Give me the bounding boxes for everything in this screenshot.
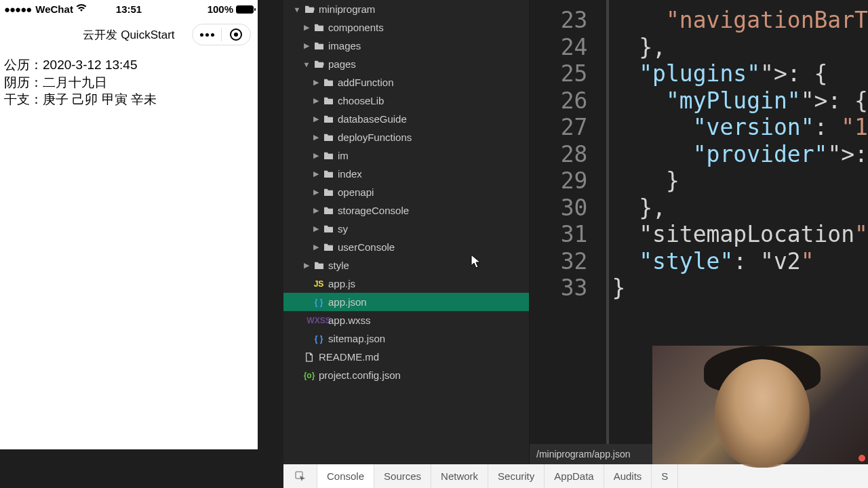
tree-item-deployFunctions[interactable]: ▶deployFunctions bbox=[283, 128, 529, 146]
folder-icon bbox=[323, 224, 334, 234]
code-line: } bbox=[612, 274, 868, 302]
tree-item-label: app.js bbox=[328, 278, 355, 289]
tree-item-label: deployFunctions bbox=[338, 131, 412, 143]
tree-item-app-wxss[interactable]: WXSSapp.wxss bbox=[283, 311, 529, 329]
line-number: 27 bbox=[530, 114, 587, 141]
tree-item-app-js[interactable]: JSapp.js bbox=[283, 274, 529, 293]
tree-item-label: miniprogram bbox=[319, 3, 375, 15]
js-file-icon: JS bbox=[313, 279, 324, 289]
status-time: 13:51 bbox=[116, 3, 142, 15]
devtools-tab-network[interactable]: Network bbox=[431, 464, 488, 488]
tree-item-label: chooseLib bbox=[338, 95, 384, 106]
line-number: 33 bbox=[530, 274, 587, 302]
folder-icon bbox=[323, 115, 334, 124]
code-line: "plugins"">: { bbox=[612, 60, 868, 87]
tree-item-addFunction[interactable]: ▶addFunction bbox=[283, 73, 529, 92]
carrier-label: WeChat bbox=[35, 3, 73, 15]
line-number: 29 bbox=[530, 167, 587, 195]
tree-item-label: openapi bbox=[338, 186, 374, 198]
code-line: "provider"">: bbox=[612, 141, 868, 168]
config-file-icon: {o} bbox=[304, 371, 315, 380]
folder-icon bbox=[323, 78, 334, 87]
mouse-cursor-icon bbox=[470, 254, 482, 269]
devtools-tab-s[interactable]: S bbox=[652, 464, 678, 488]
file-explorer[interactable]: ▼miniprogram▶components▶images▼pages▶add… bbox=[283, 0, 530, 464]
tree-item-label: app.wxss bbox=[328, 314, 371, 326]
tree-item-chooseLib[interactable]: ▶chooseLib bbox=[283, 92, 529, 110]
wechat-simulator: ●●●●● WeChat 13:51 100% 云开发 QuickStart 公… bbox=[0, 0, 258, 449]
tree-item-openapi[interactable]: ▶openapi bbox=[283, 183, 529, 201]
phone-status-bar: ●●●●● WeChat 13:51 100% bbox=[0, 0, 258, 18]
tree-item-style[interactable]: ▶style bbox=[283, 256, 529, 274]
tree-item-label: pages bbox=[328, 58, 356, 70]
devtools-tab-appdata[interactable]: AppData bbox=[545, 464, 604, 488]
webcam-overlay bbox=[652, 346, 868, 464]
code-line: }, bbox=[612, 195, 868, 222]
battery-percent: 100% bbox=[208, 3, 233, 15]
editor-open-file-tab[interactable]: /miniprogram/app.json bbox=[530, 444, 653, 464]
tree-item-userConsole[interactable]: ▶userConsole bbox=[283, 238, 529, 256]
json-file-icon: { } bbox=[313, 298, 324, 307]
folder-icon bbox=[323, 96, 334, 106]
tree-item-images[interactable]: ▶images bbox=[283, 37, 529, 55]
folder-open-icon bbox=[304, 5, 315, 14]
line-gregorian: 公历：2020-3-12 13:45 bbox=[4, 56, 254, 74]
folder-icon bbox=[323, 169, 334, 179]
devtools-tab-console[interactable]: Console bbox=[317, 464, 374, 488]
tree-item-storageConsole[interactable]: ▶storageConsole bbox=[283, 201, 529, 220]
line-number: 23 bbox=[530, 7, 587, 34]
folder-icon bbox=[323, 243, 334, 252]
capsule-menu bbox=[192, 24, 251, 45]
folder-icon bbox=[313, 261, 324, 270]
inspect-element-button[interactable] bbox=[283, 464, 317, 488]
line-number: 24 bbox=[530, 34, 587, 61]
menu-button[interactable] bbox=[193, 24, 221, 45]
tree-item-im[interactable]: ▶im bbox=[283, 146, 529, 165]
tree-item-app-json[interactable]: { }app.json bbox=[283, 293, 529, 311]
tree-item-label: sitemap.json bbox=[328, 333, 385, 344]
miniprogram-nav-bar: 云开发 QuickStart bbox=[0, 18, 258, 51]
folder-icon bbox=[323, 206, 334, 216]
tree-item-README-md[interactable]: README.md bbox=[283, 348, 529, 366]
code-line: "sitemapLocation" bbox=[612, 221, 868, 248]
tree-item-label: databaseGuide bbox=[338, 113, 407, 125]
tree-item-label: app.json bbox=[328, 296, 367, 308]
code-line: "myPlugin"">: { bbox=[612, 87, 868, 115]
tree-item-index[interactable]: ▶index bbox=[283, 165, 529, 183]
tree-item-databaseGuide[interactable]: ▶databaseGuide bbox=[283, 110, 529, 128]
line-number: 31 bbox=[530, 221, 587, 248]
devtools-tab-audits[interactable]: Audits bbox=[604, 464, 652, 488]
tree-item-components[interactable]: ▶components bbox=[283, 18, 529, 37]
devtools-tab-sources[interactable]: Sources bbox=[374, 464, 431, 488]
folder-open-icon bbox=[313, 60, 324, 69]
tree-item-sitemap-json[interactable]: { }sitemap.json bbox=[283, 329, 529, 348]
line-number-gutter: 2324252627282930313233 bbox=[530, 0, 609, 444]
ellipsis-icon bbox=[200, 33, 214, 37]
tree-item-sy[interactable]: ▶sy bbox=[283, 220, 529, 238]
json-file-icon: { } bbox=[313, 334, 324, 344]
tree-item-label: index bbox=[338, 168, 362, 180]
folder-icon bbox=[313, 23, 324, 33]
battery-icon bbox=[236, 5, 254, 14]
page-content: 公历：2020-3-12 13:45 阴历：二月十九日 干支：庚子 己卯 甲寅 … bbox=[0, 51, 258, 114]
tree-item-project-config-json[interactable]: {o}project.config.json bbox=[283, 366, 529, 384]
devtools-tab-security[interactable]: Security bbox=[488, 464, 545, 488]
line-number: 30 bbox=[530, 195, 587, 222]
wifi-icon bbox=[76, 4, 87, 14]
tree-item-miniprogram[interactable]: ▼miniprogram bbox=[283, 0, 529, 18]
signal-dots-icon: ●●●●● bbox=[4, 3, 31, 15]
tree-item-pages[interactable]: ▼pages bbox=[283, 55, 529, 73]
nav-title: 云开发 QuickStart bbox=[83, 27, 174, 43]
code-line: "style": "v2" bbox=[612, 248, 868, 275]
folder-icon bbox=[313, 41, 324, 51]
markdown-file-icon bbox=[304, 352, 315, 362]
line-ganzhi: 干支：庚子 己卯 甲寅 辛未 bbox=[4, 91, 254, 108]
tree-item-label: addFunction bbox=[338, 77, 394, 88]
below-simulator bbox=[0, 449, 258, 488]
line-lunar: 阴历：二月十九日 bbox=[4, 74, 254, 92]
code-line: } bbox=[612, 167, 868, 195]
tree-item-label: style bbox=[328, 260, 349, 271]
code-line: }, bbox=[612, 34, 868, 61]
close-miniprogram-button[interactable] bbox=[222, 24, 250, 45]
devtools-tab-bar: ConsoleSourcesNetworkSecurityAppDataAudi… bbox=[283, 464, 868, 488]
